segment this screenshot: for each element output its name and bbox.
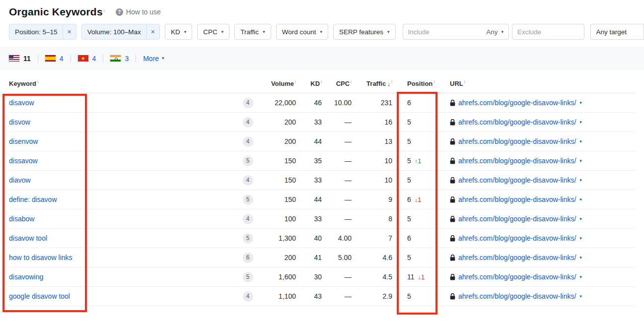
keyword-link[interactable]: disabow [9,215,34,223]
traffic-cell: 231 [358,99,398,107]
url-cell: ahrefs.com/blog/google-disavow-links/ ▾ [448,176,635,184]
column-header-kd[interactable]: KDi [302,79,328,87]
url-dropdown-caret-icon[interactable]: ▾ [579,197,582,202]
country-tab-us[interactable]: 11 [9,55,31,63]
lock-icon [450,158,455,164]
filter-dropdown-traffic[interactable]: Traffic ▾ [234,24,271,40]
in-flag-icon [110,55,121,62]
filter-dropdown-serp-features[interactable]: SERP features ▾ [333,24,396,40]
url-dropdown-caret-icon[interactable]: ▾ [579,216,582,221]
exclude-input[interactable]: Exclude [512,24,584,40]
tab-divider [103,55,103,63]
more-countries-button[interactable]: More ▾ [143,55,164,63]
kd-cell: 43 [302,292,328,300]
url-dropdown-caret-icon[interactable]: ▾ [579,274,582,279]
column-header-position[interactable]: Positioni [398,79,448,87]
kd-cell: 35 [302,157,328,165]
url-dropdown-caret-icon[interactable]: ▾ [579,139,582,144]
column-header-cpc[interactable]: CPCi [328,79,358,87]
keyword-link[interactable]: disavow [9,99,34,107]
more-countries-label: More [143,55,159,63]
column-header-keyword-label: Keyword [9,80,36,88]
filter-chip-volume-close-icon[interactable]: × [146,24,159,39]
include-input[interactable]: Include Any ▾ [403,24,509,40]
url-cell: ahrefs.com/blog/google-disavow-links/ ▾ [448,99,635,107]
keyword-cell: define: disavow [9,195,232,203]
url-dropdown-caret-icon[interactable]: ▾ [579,236,582,241]
country-tab-vn[interactable]: 4 [78,55,96,63]
target-select[interactable]: Any target [590,24,644,40]
filter-dropdown-cpc[interactable]: CPC ▾ [197,24,229,40]
position-cell: 6 [398,234,448,242]
url-link[interactable]: ahrefs.com/blog/google-disavow-links/ [458,99,576,107]
chevron-down-icon: ▾ [320,30,322,34]
keyword-link[interactable]: disavowing [9,273,43,281]
url-link[interactable]: ahrefs.com/blog/google-disavow-links/ [458,195,576,203]
url-dropdown-caret-icon[interactable]: ▾ [579,178,582,183]
filter-chip-position-close-icon[interactable]: × [63,24,76,39]
kd-cell: 33 [302,118,328,126]
keyword-link[interactable]: disvow [9,118,30,126]
keyword-link[interactable]: how to disavow links [9,254,72,261]
url-link[interactable]: ahrefs.com/blog/google-disavow-links/ [458,234,576,242]
column-header-traffic[interactable]: Traffic↓i [358,79,398,87]
position-cell: 5 [398,137,448,145]
include-mode-select[interactable]: Any ▾ [486,28,503,36]
url-link[interactable]: ahrefs.com/blog/google-disavow-links/ [458,157,576,165]
url-dropdown-caret-icon[interactable]: ▾ [579,255,582,260]
serp-cell: 4 [232,175,263,186]
country-tab-in[interactable]: 3 [110,55,129,63]
keyword-link[interactable]: dissavow [9,157,38,165]
url-dropdown-caret-icon[interactable]: ▾ [579,294,582,299]
filter-dropdown-kd[interactable]: KD ▾ [165,24,192,40]
include-placeholder: Include [408,28,430,36]
url-link[interactable]: ahrefs.com/blog/google-disavow-links/ [458,118,576,126]
target-select-label: Any target [596,28,627,36]
kd-cell: 44 [302,137,328,145]
keyword-link[interactable]: disavow tool [9,234,47,242]
position-value: 6 [407,99,411,107]
url-dropdown-caret-icon[interactable]: ▾ [579,120,582,125]
url-link[interactable]: ahrefs.com/blog/google-disavow-links/ [458,137,576,145]
traffic-cell: 9 [358,195,398,203]
country-tab-es-count: 4 [60,55,64,63]
column-header-url[interactable]: URLi [448,79,635,87]
traffic-cell: 4.6 [358,254,398,261]
position-value: 5 [407,118,411,126]
table-row: disavow 4 22,000 46 10.00 231 6 ahr [9,93,635,113]
info-icon: i [351,79,352,84]
keyword-link[interactable]: define: disavow [9,195,57,203]
filter-chip-volume[interactable]: Volume: 100–Max × [81,24,160,40]
url-link[interactable]: ahrefs.com/blog/google-disavow-links/ [458,176,576,184]
filter-chip-position[interactable]: Position: 5–15 × [9,24,76,40]
url-link[interactable]: ahrefs.com/blog/google-disavow-links/ [458,215,576,223]
url-link[interactable]: ahrefs.com/blog/google-disavow-links/ [458,254,576,261]
keyword-link[interactable]: diavow [9,176,31,184]
tab-divider [71,55,71,63]
table-row: dissavow 5 150 35 — 10 5 ↑1 ahrefs.c [9,151,635,171]
how-to-use-link[interactable]: ? How to use [116,8,161,16]
info-icon: i [321,79,322,84]
lock-icon [450,177,455,184]
url-link[interactable]: ahrefs.com/blog/google-disavow-links/ [458,273,576,281]
position-cell: 5 [398,292,448,300]
keyword-link[interactable]: google disavow tool [9,292,70,300]
column-header-position-label: Position [407,80,432,88]
country-tab-es[interactable]: 4 [45,55,64,63]
column-header-volume[interactable]: Volumei [263,79,302,87]
url-dropdown-caret-icon[interactable]: ▾ [579,100,582,105]
table-body: disavow 4 22,000 46 10.00 231 6 ahr [9,93,635,306]
keyword-cell: disabow [9,215,232,223]
filter-dropdown-word-count[interactable]: Word count ▾ [276,24,328,40]
kd-cell: 30 [302,273,328,281]
serp-features-badge: 6 [243,253,253,263]
chevron-down-icon: ▾ [184,30,187,34]
volume-cell: 150 [263,176,302,184]
position-cell: 6 ↓1 [398,195,448,203]
keyword-link[interactable]: disenvow [9,137,38,145]
url-dropdown-caret-icon[interactable]: ▾ [579,158,582,163]
position-change: ↑1 [415,157,422,165]
column-header-keyword[interactable]: Keywordi [9,79,232,87]
url-link[interactable]: ahrefs.com/blog/google-disavow-links/ [458,292,576,300]
volume-cell: 22,000 [263,99,302,107]
